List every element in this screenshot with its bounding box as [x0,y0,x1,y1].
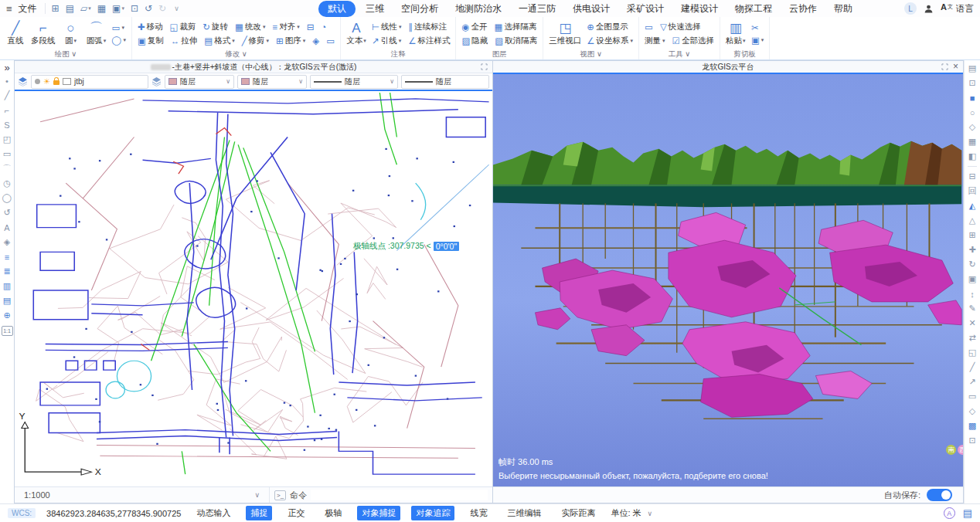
point-tool-icon[interactable]: • [1,73,13,88]
clipboard-icon[interactable]: ▤ [963,507,972,519]
toggle-lineweight[interactable]: 线宽 [465,506,492,520]
batch-modify-button[interactable]: ▦统改▾ [235,22,265,32]
panel-2d-titlebar[interactable]: -主巷+竖井+斜坡道（中心线）：龙软GIS云平台(激活) [15,61,492,73]
rectangle-tool-icon[interactable]: ▭ [1,147,13,161]
line-button[interactable]: ╱直线 [5,21,26,46]
layer-manager-icon[interactable]: ▤ [966,61,978,76]
fillet-button[interactable]: ◔ [321,22,326,32]
crop-tool-icon[interactable]: ◱ [966,345,978,360]
gizmo-west[interactable]: 西 [958,445,963,455]
new-file-icon[interactable]: ⊞ [52,3,60,14]
edit-attributes-tool-icon[interactable]: ⊡ [966,433,978,448]
ribbon-group-label[interactable]: 修改 ∨ [138,49,335,59]
viewport-tool-icon[interactable]: ◧ [966,149,978,164]
lasso-select-tool-icon[interactable]: ◇ [966,120,978,134]
bulb-icon[interactable] [35,79,40,84]
box-3d-button[interactable]: ◈ [312,36,319,46]
stretch-tool-icon[interactable]: ↕ [966,286,978,301]
zoom-extents-button[interactable]: ⊕全图显示 [587,22,628,32]
select-all-button[interactable]: ☑全部选择 [672,36,714,46]
redo-icon[interactable]: ↻ [158,3,166,14]
explode-tool-icon[interactable]: ⇄ [966,330,978,345]
ellipse-tool-icon[interactable]: ◯ [1,191,13,205]
quick-select-button[interactable]: ▽快速选择 [660,22,701,32]
all-layers-on-button[interactable]: ◉全开 [461,22,487,32]
toggle-object-tracking[interactable]: 对象追踪 [411,506,454,520]
distribute-vertical-tool-icon[interactable]: ▤ [1,293,13,308]
hatch-fill-tool-icon[interactable]: ▩ [966,419,978,433]
rectangle-edit-button[interactable]: ▭ [326,36,335,46]
menu-tab-geo-water-control[interactable]: 地测防治水 [448,2,509,16]
new-from-template-icon[interactable]: ▤ [66,3,74,14]
ribbon-group-label[interactable]: 工具 ∨ [645,49,714,59]
array-tool-icon[interactable]: ⊞ [966,228,978,242]
select-window-tool-icon[interactable]: ⊡ [966,76,978,90]
arc-tool-icon[interactable]: ⌒ [1,161,13,176]
measure-button[interactable]: 测量▾ [645,36,665,46]
spline-tool-icon[interactable]: S [1,117,13,132]
line-tool-icon[interactable]: ╱ [1,88,13,103]
format-button[interactable]: ▤格式▾ [204,36,234,46]
align-button[interactable]: ≡对齐▾ [272,22,299,32]
gizmo-south[interactable]: 南 [946,445,956,455]
leader-button[interactable]: ↗引线▾ [372,36,401,46]
align-left-tool-icon[interactable]: ≡ [1,249,13,264]
toggle-edit-3d[interactable]: 三维编辑 [502,506,546,520]
account-icon[interactable] [924,4,934,14]
delete-button[interactable]: ⊟ [307,22,315,32]
toggle-actual-distance[interactable]: 实际距离 [556,506,600,520]
viewport-3d[interactable]: 帧时 36.00 ms Выберите несырьманный объект… [493,74,963,486]
open-file-icon[interactable]: ▱▾ [80,3,91,14]
rotate-button[interactable]: ↻旋转 [202,22,228,32]
ruler-button[interactable]: ▭ [645,22,653,32]
cut-button[interactable]: ✂ [751,23,759,32]
user-avatar[interactable]: L [904,2,917,15]
text-button[interactable]: A文本▾ [346,21,366,46]
file-menu[interactable]: 文件 [19,2,37,15]
menu-tab-3d[interactable]: 三维 [359,2,391,16]
unisolate-button[interactable]: ▧取消隔离 [495,36,537,46]
box-3d-tool-icon[interactable]: ◇ [966,404,978,419]
polyline-button[interactable]: ⌐多段线 [31,21,56,46]
set-coordinate-system-button[interactable]: ∠设坐标系▾ [587,36,633,46]
hamburger-menu-icon[interactable]: ≡ [6,3,12,15]
copy-button[interactable]: ▣复制 [138,36,164,46]
polygon-tool-icon[interactable]: ◰ [1,132,13,147]
draw-order-button[interactable]: ⊞图序▾ [276,36,305,46]
quick-access-more-icon[interactable]: ∨ [174,5,179,12]
move-button[interactable]: ✚移动 [138,22,163,32]
linear-dimension-button[interactable]: ⊢线性▾ [372,22,402,32]
rotate-tool-icon[interactable]: ↻ [966,257,978,272]
linetype-select[interactable]: 随层 ∨ [310,75,398,89]
drawing-canvas-2d[interactable]: Y X 极轴线点 :307.9735 <0°0'0" [15,91,492,486]
polyline-tool-icon[interactable]: ⌐ [1,103,13,117]
lock-icon[interactable] [53,80,60,85]
extend-tool-icon[interactable]: ↗ [966,375,978,389]
lineweight-select[interactable]: 随层 [401,75,489,89]
clip-button[interactable]: ◱裁剪 [170,22,196,32]
arc-button[interactable]: ⌒圆弧▾ [87,21,107,46]
trim-tool-icon[interactable]: ╱ [966,360,978,375]
toggle-snap[interactable]: 捕捉 [246,506,272,520]
menu-tab-help[interactable]: 帮助 [827,2,859,16]
toggle-ortho[interactable]: 正交 [283,506,309,520]
map-index-tool-icon[interactable]: ▦ [966,134,978,149]
viewport-3d-button[interactable]: ◳三维视口 [549,21,581,46]
maximize-icon[interactable] [941,63,948,70]
revision-cloud-tool-icon[interactable]: ↺ [1,205,13,220]
ribbon-group-label[interactable]: 图层 [461,49,537,59]
menu-tab-default[interactable]: 默认 [318,1,356,17]
scale-select[interactable]: 1:1000 ∨ [15,487,270,503]
layer-properties-icon[interactable] [18,76,28,86]
command-text-input[interactable] [311,490,488,500]
rectangle-button[interactable]: ▭▾ [112,23,124,32]
break-tool-icon[interactable]: ✕ [966,316,978,330]
copy-clipboard-button[interactable]: ▣▾ [751,36,764,45]
toggle-polar[interactable]: 极轴 [320,506,346,520]
ribbon-group-label[interactable]: 剪切板 [726,49,764,59]
isolate-selection-button[interactable]: ▦选择隔离 [495,22,537,32]
dimension-style-button[interactable]: ∠标注样式 [408,36,450,46]
ribbon-group-label[interactable]: 注释 [346,49,450,59]
circle-button[interactable]: ○圆▾ [61,21,81,46]
undo-icon[interactable]: ↺ [145,3,152,14]
